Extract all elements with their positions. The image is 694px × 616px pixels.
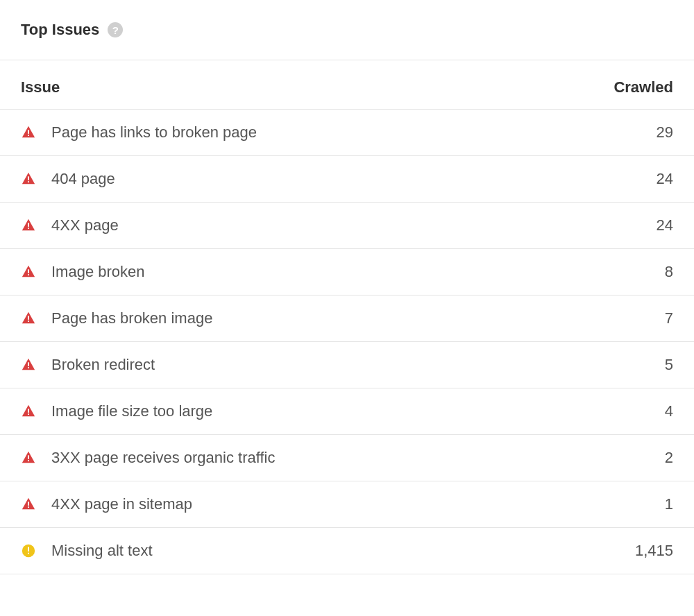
svg-rect-4 <box>28 223 29 227</box>
issue-row[interactable]: Page has links to broken page29 <box>0 110 694 156</box>
issue-crawled-count: 7 <box>665 309 673 327</box>
svg-rect-5 <box>28 228 29 229</box>
error-icon <box>21 357 36 373</box>
issue-row[interactable]: Broken redirect5 <box>0 342 694 388</box>
issue-label: Page has links to broken page <box>51 123 657 142</box>
issue-label: 404 page <box>51 170 657 188</box>
error-icon <box>21 450 36 465</box>
issue-label: 4XX page <box>51 216 657 234</box>
svg-rect-1 <box>28 135 29 136</box>
issue-crawled-count: 29 <box>657 123 673 142</box>
issue-row[interactable]: 3XX page receives organic traffic2 <box>0 435 694 481</box>
issue-crawled-count: 24 <box>657 216 673 234</box>
svg-rect-20 <box>28 553 29 554</box>
svg-rect-14 <box>28 455 29 459</box>
issue-row[interactable]: 4XX page in sitemap1 <box>0 481 694 528</box>
column-header-issue: Issue <box>21 78 60 96</box>
issue-label: Page has broken image <box>51 309 665 327</box>
issue-row[interactable]: Page has broken image7 <box>0 296 694 342</box>
column-header-crawled: Crawled <box>613 78 673 96</box>
svg-rect-3 <box>28 181 29 182</box>
error-icon <box>21 218 36 233</box>
svg-rect-2 <box>28 176 29 180</box>
svg-rect-12 <box>28 409 29 413</box>
error-icon <box>21 404 36 419</box>
svg-rect-7 <box>28 274 29 275</box>
issue-label: 4XX page in sitemap <box>51 495 665 513</box>
issue-crawled-count: 5 <box>665 356 673 374</box>
issue-label: 3XX page receives organic traffic <box>51 449 665 467</box>
issue-label: Image broken <box>51 263 665 281</box>
svg-rect-19 <box>28 547 29 551</box>
error-icon <box>21 311 36 326</box>
panel-title: Top Issues <box>21 21 99 39</box>
issue-label: Broken redirect <box>51 356 665 374</box>
svg-rect-17 <box>28 506 29 508</box>
svg-rect-6 <box>28 269 29 273</box>
svg-rect-11 <box>28 367 29 368</box>
issue-crawled-count: 4 <box>665 402 673 420</box>
svg-rect-0 <box>28 130 29 134</box>
svg-rect-13 <box>28 413 29 415</box>
table-header-row: Issue Crawled <box>0 60 694 110</box>
issues-list: Page has links to broken page29404 page2… <box>0 110 694 574</box>
issue-row[interactable]: Missing alt text1,415 <box>0 528 694 574</box>
issue-row[interactable]: 404 page24 <box>0 156 694 203</box>
issue-row[interactable]: Image broken8 <box>0 249 694 296</box>
error-icon <box>21 171 36 187</box>
issue-label: Missing alt text <box>51 542 635 560</box>
issue-crawled-count: 8 <box>665 263 673 281</box>
svg-rect-16 <box>28 502 29 506</box>
svg-rect-9 <box>28 320 29 322</box>
error-icon <box>21 497 36 512</box>
error-icon <box>21 264 36 280</box>
warning-icon <box>21 543 36 558</box>
panel-header: Top Issues ? <box>0 21 694 60</box>
issue-label: Image file size too large <box>51 402 665 420</box>
top-issues-panel: Top Issues ? Issue Crawled Page has link… <box>0 0 694 574</box>
svg-rect-8 <box>28 316 29 320</box>
help-icon[interactable]: ? <box>108 22 123 37</box>
error-icon <box>21 125 36 140</box>
issue-row[interactable]: Image file size too large4 <box>0 388 694 435</box>
issue-crawled-count: 2 <box>665 449 673 467</box>
issue-row[interactable]: 4XX page24 <box>0 203 694 249</box>
issue-crawled-count: 1 <box>665 495 673 513</box>
svg-rect-10 <box>28 362 29 366</box>
issue-crawled-count: 24 <box>657 170 673 188</box>
svg-rect-15 <box>28 460 29 461</box>
issue-crawled-count: 1,415 <box>635 542 673 560</box>
